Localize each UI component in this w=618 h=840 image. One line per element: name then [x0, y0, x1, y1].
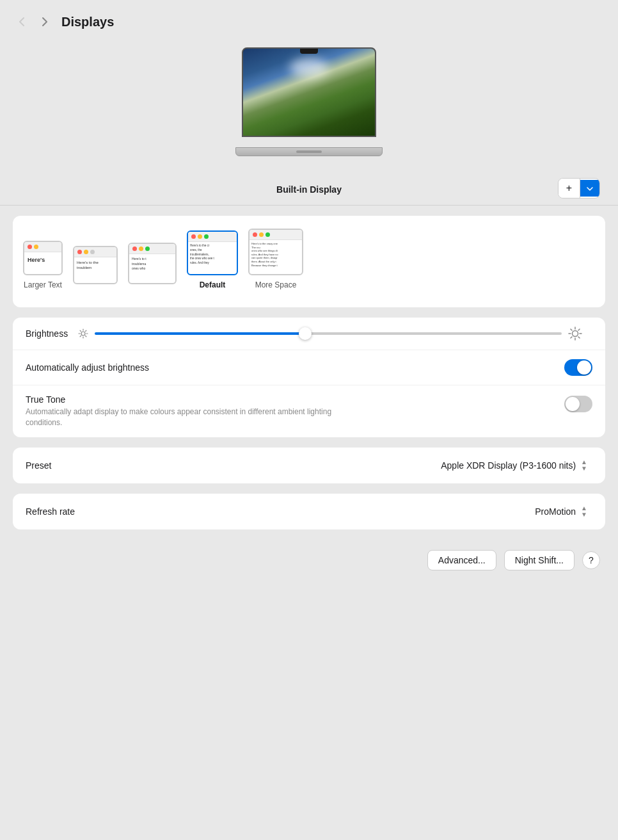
resolution-option-more-space[interactable]: Here's to the crazy oneThe rouones who s…: [248, 229, 303, 289]
preset-dropdown[interactable]: Apple XDR Display (P3-1600 nits) ▲ ▼: [436, 456, 592, 474]
brightness-row: Brightness: [13, 318, 605, 350]
preset-row: Preset Apple XDR Display (P3-1600 nits) …: [13, 448, 605, 483]
refresh-rate-row: Refresh rate ProMotion ▲ ▼: [13, 494, 605, 529]
resolution-options: Here's Larger Text Here's to the trouble…: [23, 229, 595, 295]
thumb-titlebar: [74, 247, 116, 257]
toggle-knob: [566, 397, 580, 411]
res-thumbnail-larger: Here's: [23, 241, 63, 275]
brightness-thumb[interactable]: [299, 327, 312, 340]
dot-yellow: [34, 245, 38, 249]
true-tone-toggle[interactable]: [564, 396, 592, 412]
preset-value: Apple XDR Display (P3-1600 nits): [441, 460, 576, 471]
laptop-base: [235, 147, 383, 156]
svg-line-6: [86, 336, 86, 337]
svg-line-7: [86, 330, 86, 331]
dot-yellow: [198, 234, 202, 239]
stepper-arrows: ▲ ▼: [581, 505, 587, 518]
resolution-option-default[interactable]: Here's to the crones, thetroublemakers,t…: [187, 230, 238, 289]
thumb-titlebar: [250, 230, 302, 240]
dot-red: [191, 234, 196, 239]
display-preview: [0, 41, 618, 172]
dot-red: [253, 232, 257, 237]
res-thumbnail-default: Here's to the crones, thetroublemakers,t…: [187, 230, 238, 275]
dot-green: [145, 246, 150, 251]
add-display-btn-container: +: [558, 178, 600, 198]
help-button[interactable]: ?: [582, 551, 600, 569]
forward-button[interactable]: [36, 13, 54, 31]
night-shift-button[interactable]: Night Shift...: [504, 550, 574, 570]
brightness-slider-row: [78, 327, 582, 341]
thumb-content: Here's to the troublem: [74, 257, 116, 283]
laptop-notch: [300, 49, 318, 54]
arrow-down: ▼: [581, 512, 587, 518]
res-thumbnail-second: Here's to the troublem: [73, 246, 118, 284]
auto-brightness-toggle[interactable]: [564, 359, 592, 376]
add-display-button-group[interactable]: +: [558, 178, 600, 198]
refresh-rate-label: Refresh rate: [26, 506, 75, 517]
brightness-section: Brightness: [13, 318, 605, 437]
dot-yellow: [259, 232, 264, 237]
laptop-screen: [242, 47, 376, 137]
refresh-rate-value: ProMotion: [535, 506, 576, 517]
add-chevron-button[interactable]: [580, 180, 599, 197]
res-label-default: Default: [200, 280, 226, 289]
true-tone-text: True Tone Automatically adapt display to…: [26, 394, 333, 428]
brightness-slider[interactable]: [95, 332, 562, 335]
thumb-content: Here's to ttroublemaones who: [129, 254, 175, 283]
header: Displays: [0, 0, 618, 41]
stepper-arrows: ▲ ▼: [581, 459, 587, 472]
dot-red: [132, 246, 137, 251]
preset-label: Preset: [26, 460, 51, 471]
main-divider: [0, 205, 618, 206]
refresh-rate-dropdown[interactable]: ProMotion ▲ ▼: [530, 503, 592, 521]
resolution-option-larger[interactable]: Here's Larger Text: [23, 241, 63, 289]
sun-icon-large: [568, 327, 582, 341]
thumb-content: Here's to the crazy oneThe rouones who s…: [250, 240, 302, 274]
resolution-option-second[interactable]: Here's to the troublem: [73, 246, 118, 289]
svg-line-16: [578, 329, 580, 330]
res-label-larger: Larger Text: [24, 280, 62, 289]
svg-point-9: [573, 331, 578, 337]
dot-yellow: [139, 246, 143, 251]
preset-section: Preset Apple XDR Display (P3-1600 nits) …: [13, 448, 605, 483]
display-name: Built-in Display: [276, 184, 342, 195]
dot-red: [77, 250, 82, 254]
res-label-more-space: More Space: [255, 280, 297, 289]
svg-line-5: [80, 330, 81, 331]
arrow-down: ▼: [581, 465, 587, 472]
thumb-content: Here's to the crones, thetroublemakers,t…: [188, 242, 237, 274]
true-tone-sublabel: Automatically adapt display to make colo…: [26, 407, 333, 428]
bottom-actions: Advanced... Night Shift... ?: [0, 540, 618, 586]
refresh-rate-section: Refresh rate ProMotion ▲ ▼: [13, 494, 605, 529]
add-plus-button[interactable]: +: [559, 179, 580, 198]
thumb-content: Here's: [24, 252, 61, 274]
true-tone-label: True Tone: [26, 394, 333, 405]
svg-line-15: [578, 337, 580, 338]
svg-line-17: [571, 337, 572, 338]
res-thumbnail-more-space: Here's to the crazy oneThe rouones who s…: [248, 229, 303, 275]
brightness-label: Brightness: [26, 328, 68, 339]
auto-brightness-row: Automatically adjust brightness: [13, 350, 605, 385]
dot-partial: [90, 250, 95, 254]
advanced-button[interactable]: Advanced...: [427, 550, 496, 570]
back-button[interactable]: [13, 13, 31, 31]
toggle-knob: [577, 360, 591, 375]
dot-red: [28, 245, 32, 249]
thumb-titlebar: [129, 244, 175, 254]
display-name-row: Built-in Display +: [0, 172, 618, 205]
dot-yellow: [84, 250, 88, 254]
svg-line-14: [571, 329, 572, 330]
preset-value-group: Apple XDR Display (P3-1600 nits) ▲ ▼: [436, 456, 592, 474]
sun-icon-small: [78, 328, 88, 339]
svg-point-0: [81, 332, 85, 335]
resolution-option-third[interactable]: Here's to ttroublemaones who: [128, 243, 177, 289]
true-tone-row: True Tone Automatically adapt display to…: [13, 385, 605, 437]
res-thumbnail-third: Here's to ttroublemaones who: [128, 243, 177, 284]
laptop-graphic: [235, 47, 383, 156]
screen-wallpaper: [243, 49, 375, 136]
thumb-titlebar: [24, 242, 61, 252]
svg-line-8: [80, 336, 81, 337]
page-title: Displays: [61, 15, 114, 29]
dot-green: [265, 232, 270, 237]
resolution-section: Here's Larger Text Here's to the trouble…: [13, 216, 605, 307]
